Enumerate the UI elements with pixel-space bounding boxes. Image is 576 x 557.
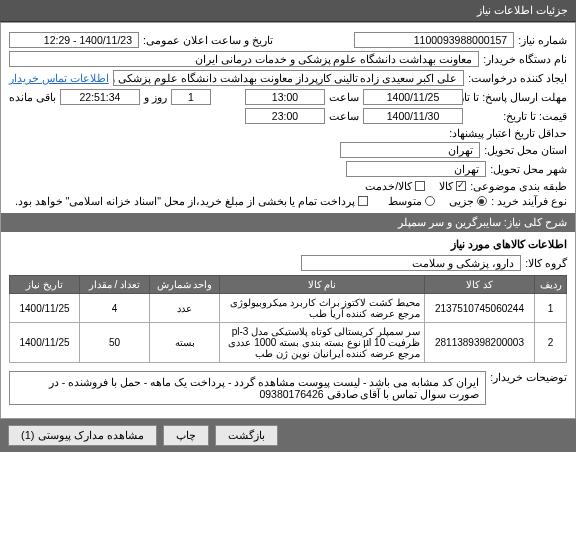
buyer-notes-label: توضیحات خریدار: [490,371,567,383]
checkbox-icon [415,181,425,191]
col-date: تاریخ نیاز [10,276,80,294]
cell-unit: عدد [150,294,220,323]
desc-title-label: شرح کلی نیاز: [504,216,567,228]
deadline-label: حداقل تاریخ اعتبار پیشنهاد: [449,127,567,139]
province-value: تهران [340,142,480,158]
back-button[interactable]: بازگشت [215,425,278,446]
cell-date: 1400/11/25 [10,323,80,363]
process-medium[interactable]: متوسط [388,195,435,207]
reply-time: 13:00 [245,89,325,105]
checkbox-icon [358,196,368,206]
quote-until-label: قیمت: تا تاریخ: [467,110,567,122]
cell-qty: 4 [80,294,150,323]
province-label: استان محل تحویل: [484,144,567,156]
saat-label-1: ساعت [329,91,359,103]
col-idx: ردیف [535,276,567,294]
goods-header: اطلاعات کالاهای مورد نیاز [9,238,567,251]
cell-qty: 50 [80,323,150,363]
need-no-label: شماره نیاز: [518,34,567,46]
col-unit: واحد شمارش [150,276,220,294]
process-group: جزیی متوسط [388,195,487,207]
class-label: طبقه بندی موضوعی: [470,180,567,192]
proc-small-label: جزیی [449,195,474,207]
group-label: گروه کالا: [525,257,567,269]
buyer-notes-value: ایران کد مشابه می باشد - لیست پیوست مشاه… [9,371,486,405]
process-small[interactable]: جزیی [449,195,487,207]
payment-note-label: پرداخت تمام یا بخشی از مبلغ خرید،از محل … [15,195,355,207]
remain-suffix: باقی مانده [9,91,56,103]
col-qty: تعداد / مقدار [80,276,150,294]
footer-bar: بازگشت چاپ مشاهده مدارک پیوستی (1) [0,419,576,452]
saat-label-2: ساعت [329,110,359,122]
announce-label: تاریخ و ساعت اعلان عمومی: [143,34,273,46]
payment-note-check[interactable]: پرداخت تمام یا بخشی از مبلغ خرید،از محل … [15,195,368,207]
creator-value: علی اکبر سعیدی زاده تالینی کارپرداز معاو… [113,70,464,86]
view-docs-button[interactable]: مشاهده مدارک پیوستی (1) [8,425,157,446]
cell-name: سر سمپلر کریستالی کوتاه پلاستیکی مدل 3-p… [220,323,425,363]
radio-icon [425,196,435,206]
desc-title-value: سایبرگرین و سر سمپلر [398,216,501,228]
desc-bar: شرح کلی نیاز: سایبرگرین و سر سمپلر [1,213,575,232]
quote-date: 1400/11/30 [363,108,463,124]
buyer-label: نام دستگاه خریدار: [483,53,567,65]
table-row: 1 2137510745060244 محیط کشت لاکتوز براث … [10,294,567,323]
table-row: 2 2811389398200003 سر سمپلر کریستالی کوت… [10,323,567,363]
reply-deadline-label: مهلت ارسال پاسخ: تا تاریخ: [467,91,567,103]
class-service-check[interactable]: کالا/خدمت [365,180,425,192]
cell-unit: بسته [150,323,220,363]
cell-code: 2137510745060244 [425,294,535,323]
remain-days: 1 [171,89,211,105]
class-group: کالا کالا/خدمت [365,180,466,192]
need-no-value: 1100093988000157 [354,32,514,48]
col-name: نام کالا [220,276,425,294]
main-panel: شماره نیاز: 1100093988000157 تاریخ و ساع… [0,22,576,419]
class-service-label: کالا/خدمت [365,180,412,192]
process-label: نوع فرآیند خرید : [491,195,567,207]
reply-date: 1400/11/25 [363,89,463,105]
cell-idx: 1 [535,294,567,323]
quote-time: 23:00 [245,108,325,124]
buyer-value: معاونت بهداشت دانشگاه علوم پزشکی و خدمات… [9,51,479,67]
creator-label: ایجاد کننده درخواست: [468,72,567,84]
tab-header: جزئیات اطلاعات نیاز [0,0,576,22]
checkbox-icon [456,181,466,191]
city-value: تهران [346,161,486,177]
city-label: شهر محل تحویل: [490,163,567,175]
roz-label: روز و [144,91,167,103]
class-goods-label: کالا [439,180,453,192]
items-table: ردیف کد کالا نام کالا واحد شمارش تعداد /… [9,275,567,363]
announce-value: 1400/11/23 - 12:29 [9,32,139,48]
col-code: کد کالا [425,276,535,294]
proc-medium-label: متوسط [388,195,422,207]
radio-icon [477,196,487,206]
print-button[interactable]: چاپ [163,425,209,446]
cell-date: 1400/11/25 [10,294,80,323]
cell-code: 2811389398200003 [425,323,535,363]
contact-link[interactable]: اطلاعات تماس خریدار [9,72,109,84]
class-goods-check[interactable]: کالا [439,180,466,192]
cell-idx: 2 [535,323,567,363]
group-value: دارو، پزشکی و سلامت [301,255,521,271]
remain-time: 22:51:34 [60,89,140,105]
cell-name: محیط کشت لاکتوز براث کاربرد میکروبیولوژی… [220,294,425,323]
